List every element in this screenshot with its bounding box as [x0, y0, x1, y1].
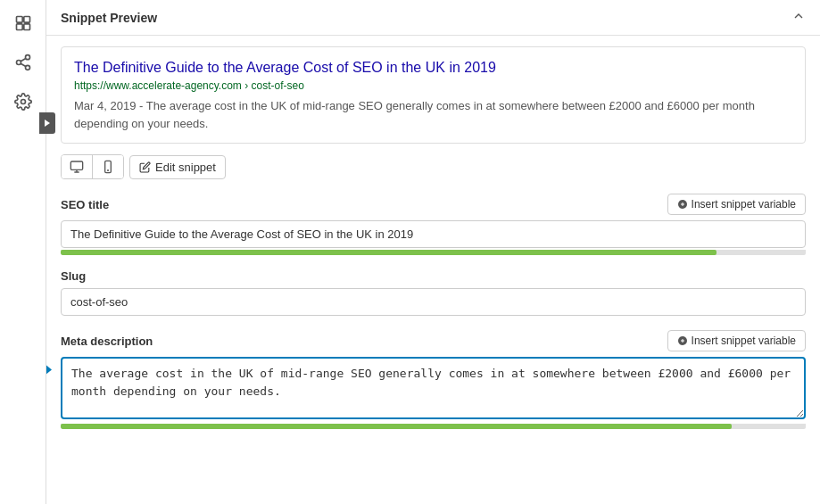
- sidebar-toggle[interactable]: [39, 112, 55, 134]
- slug-input[interactable]: [61, 288, 806, 316]
- plus-circle-icon: [677, 199, 688, 210]
- snippet-body: The average cost in the UK of mid-range …: [74, 99, 755, 130]
- pencil-icon: [139, 161, 151, 173]
- svg-point-6: [25, 65, 29, 70]
- svg-rect-3: [23, 24, 29, 30]
- sidebar-menu-icon[interactable]: [2, 4, 45, 43]
- snippet-description-text: -: [139, 99, 146, 112]
- meta-description-insert-variable-button[interactable]: Insert snippet variable: [667, 330, 806, 351]
- edit-snippet-label: Edit snippet: [155, 161, 216, 174]
- snippet-preview-card: The Definitive Guide to the Average Cost…: [61, 46, 806, 144]
- svg-rect-1: [23, 17, 29, 23]
- svg-rect-0: [16, 17, 22, 23]
- snippet-url: https://www.accelerate-agency.com › cost…: [74, 79, 792, 92]
- panel-header: Snippet Preview: [46, 0, 820, 36]
- snippet-actions-bar: Edit snippet: [61, 154, 806, 179]
- slug-label: Slug: [61, 269, 86, 283]
- svg-marker-10: [45, 120, 50, 127]
- sidebar: [0, 0, 46, 504]
- plus-circle-icon-meta: [677, 335, 688, 346]
- seo-title-progress-bar: [61, 250, 806, 255]
- snippet-description: Mar 4, 2019 - The average cost in the UK…: [74, 97, 792, 132]
- svg-point-5: [16, 61, 21, 65]
- seo-title-section: SEO title Insert snippet variable: [46, 194, 820, 269]
- seo-title-label-row: SEO title Insert snippet variable: [61, 194, 806, 215]
- meta-description-label-row: Meta description Insert snippet variable: [61, 330, 806, 351]
- snippet-title-link[interactable]: The Definitive Guide to the Average Cost…: [74, 58, 792, 78]
- meta-description-insert-label: Insert snippet variable: [692, 335, 796, 347]
- panel-collapse-button[interactable]: [791, 9, 806, 26]
- meta-description-progress-bar: [61, 424, 806, 429]
- meta-description-textarea[interactable]: The average cost in the UK of mid-range …: [61, 357, 806, 419]
- svg-point-9: [21, 100, 25, 104]
- seo-title-label: SEO title: [61, 198, 109, 211]
- slug-section: Slug: [46, 269, 820, 330]
- svg-rect-11: [70, 161, 82, 169]
- seo-title-input[interactable]: [61, 220, 806, 248]
- slug-label-row: Slug: [61, 269, 806, 283]
- seo-title-insert-variable-button[interactable]: Insert snippet variable: [667, 194, 806, 215]
- seo-title-progress-fill: [61, 250, 716, 255]
- panel-title: Snippet Preview: [61, 11, 157, 25]
- mobile-view-button[interactable]: [93, 155, 123, 178]
- meta-description-indicator: [46, 362, 52, 376]
- meta-description-progress-fill: [61, 424, 732, 429]
- meta-description-section: Meta description Insert snippet variable…: [46, 330, 820, 443]
- svg-point-4: [25, 55, 29, 60]
- meta-description-label: Meta description: [61, 335, 153, 348]
- snippet-date: Mar 4, 2019: [74, 99, 136, 112]
- device-toggle-group: [61, 154, 124, 179]
- svg-line-8: [21, 58, 26, 61]
- desktop-view-button[interactable]: [62, 155, 93, 178]
- svg-rect-2: [16, 24, 22, 30]
- edit-snippet-button[interactable]: Edit snippet: [129, 155, 226, 179]
- sidebar-settings-icon[interactable]: [2, 82, 45, 121]
- sidebar-share-icon[interactable]: [2, 43, 45, 82]
- main-panel: Snippet Preview The Definitive Guide to …: [46, 0, 820, 504]
- svg-line-7: [21, 63, 26, 66]
- seo-title-insert-label: Insert snippet variable: [692, 198, 796, 211]
